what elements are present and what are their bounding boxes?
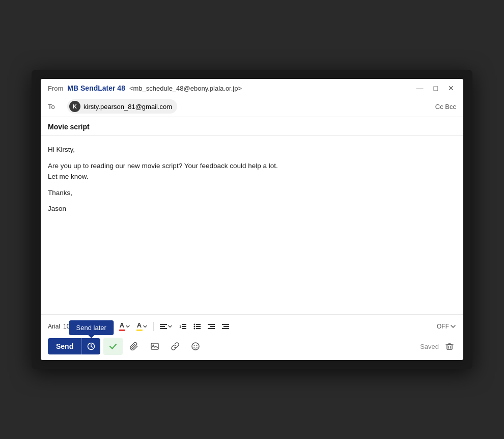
email-body[interactable]: Hi Kirsty, Are you up to reading our new…	[41, 136, 463, 314]
saved-area: Saved	[420, 340, 456, 353]
align-icon	[159, 322, 167, 331]
title-bar-controls: — □ ✕	[414, 83, 456, 93]
to-row: To K kirsty.pearson_81@gmail.com Cc Bcc	[41, 96, 463, 117]
svg-text:1.: 1.	[179, 324, 183, 329]
svg-rect-11	[196, 326, 201, 327]
font-color-icon: A	[119, 321, 125, 331]
svg-point-8	[193, 325, 195, 327]
svg-point-24	[192, 343, 199, 350]
svg-rect-27	[447, 345, 452, 349]
off-toggle[interactable]: OFF	[437, 323, 456, 330]
ordered-list-icon: 1.	[179, 322, 187, 331]
font-name-label: Arial	[48, 323, 60, 330]
format-toolbar: Arial 10 B I U A	[48, 318, 456, 335]
image-icon	[150, 342, 159, 351]
svg-rect-0	[160, 324, 167, 325]
decrease-indent-icon	[207, 322, 215, 331]
body-line-4: Jason	[48, 203, 456, 214]
checkmark-button[interactable]	[103, 338, 123, 355]
svg-point-25	[194, 345, 195, 346]
off-label: OFF	[437, 323, 449, 330]
svg-rect-13	[208, 324, 215, 325]
trash-icon	[445, 342, 454, 351]
increase-indent-button[interactable]	[219, 321, 232, 332]
close-button[interactable]: ✕	[446, 83, 456, 93]
from-label: From	[48, 85, 63, 92]
checkmark-icon	[108, 342, 118, 351]
title-bar: From MB SendLater 48 <mb_schedule_48@ebo…	[41, 79, 463, 96]
attachment-button[interactable]	[126, 339, 143, 354]
emoji-button[interactable]	[187, 339, 204, 354]
clock-icon	[87, 342, 95, 350]
font-color-chevron-icon	[125, 324, 130, 329]
svg-rect-14	[210, 326, 215, 327]
svg-rect-12	[196, 328, 201, 329]
sender-email: <mb_schedule_48@ebony.plala.or.jp>	[129, 85, 242, 92]
body-line-3: Thanks,	[48, 187, 456, 199]
send-button[interactable]: Send	[48, 338, 81, 354]
toolbar-area: Arial 10 B I U A	[41, 314, 463, 360]
recipient-chip[interactable]: K kirsty.pearson_81@gmail.com	[67, 99, 177, 114]
unordered-list-icon	[193, 322, 201, 331]
svg-rect-2	[160, 328, 167, 329]
underline-icon: U	[102, 322, 107, 331]
highlight-button[interactable]: A	[134, 320, 150, 333]
svg-rect-1	[160, 326, 165, 327]
avatar: K	[69, 101, 80, 112]
minimize-button[interactable]: —	[414, 83, 426, 93]
subject-text: Movie script	[48, 123, 90, 131]
font-size-value: 10	[63, 323, 70, 330]
svg-rect-10	[196, 324, 201, 325]
font-size-chevron-icon	[71, 324, 76, 329]
decrease-indent-button[interactable]	[205, 321, 218, 332]
highlight-icon: A	[136, 321, 143, 331]
bold-icon: B	[82, 322, 88, 331]
svg-rect-15	[208, 328, 215, 329]
to-label: To	[48, 103, 63, 111]
underline-button[interactable]: U	[99, 321, 109, 332]
link-icon	[171, 342, 180, 351]
saved-label-text: Saved	[420, 343, 439, 350]
cc-bcc-button[interactable]: Cc Bcc	[435, 103, 456, 111]
align-button[interactable]	[157, 321, 175, 332]
link-button[interactable]	[166, 339, 184, 354]
highlight-chevron-icon	[143, 324, 148, 329]
svg-point-7	[193, 323, 195, 325]
ordered-list-button[interactable]: 1.	[176, 321, 189, 332]
emoji-icon	[191, 342, 200, 351]
window-shadow: From MB SendLater 48 <mb_schedule_48@ebo…	[32, 70, 472, 369]
recipient-email: kirsty.pearson_81@gmail.com	[83, 103, 172, 111]
delete-button[interactable]	[443, 340, 456, 353]
align-chevron-icon	[167, 324, 173, 329]
send-later-button[interactable]: Send later	[81, 338, 100, 354]
bold-button[interactable]: B	[80, 321, 90, 332]
svg-point-26	[197, 345, 198, 346]
sender-name: MB SendLater 48	[67, 84, 125, 92]
action-bar: Send Send later	[48, 335, 456, 360]
svg-rect-16	[222, 324, 229, 325]
body-line-1: Hi Kirsty,	[48, 144, 456, 155]
send-label: Send	[56, 342, 73, 350]
svg-point-9	[193, 327, 195, 329]
maximize-button[interactable]: □	[432, 83, 440, 93]
separator-2	[153, 322, 154, 331]
image-button[interactable]	[146, 339, 163, 354]
attachment-icon	[130, 342, 139, 351]
body-line-2: Are you up to reading our new movie scri…	[48, 160, 456, 182]
italic-icon: I	[94, 322, 96, 331]
separator-1	[113, 322, 114, 331]
svg-rect-18	[222, 328, 229, 329]
increase-indent-icon	[221, 322, 230, 331]
svg-rect-17	[223, 326, 229, 327]
font-size-dropdown[interactable]: 10	[63, 323, 76, 330]
italic-button[interactable]: I	[92, 321, 99, 332]
font-color-button[interactable]: A	[117, 320, 133, 333]
unordered-list-button[interactable]	[190, 321, 204, 332]
svg-line-21	[91, 347, 93, 348]
off-chevron-icon	[450, 323, 456, 330]
title-bar-left: From MB SendLater 48 <mb_schedule_48@ebo…	[48, 84, 242, 92]
svg-rect-5	[182, 326, 186, 327]
compose-window: From MB SendLater 48 <mb_schedule_48@ebo…	[41, 79, 463, 360]
svg-rect-6	[182, 328, 186, 329]
svg-rect-4	[182, 324, 186, 325]
